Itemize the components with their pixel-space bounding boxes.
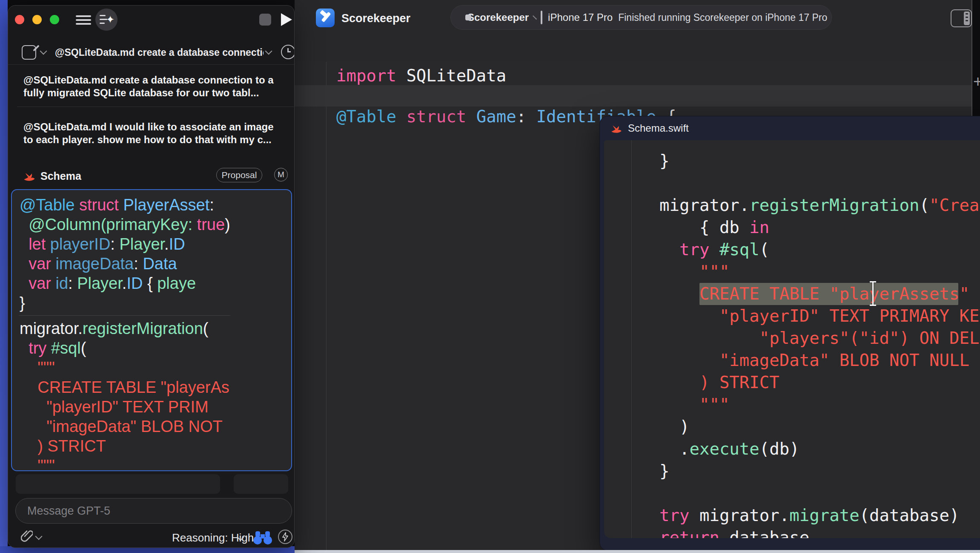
ibeam-cursor [872,281,874,306]
code-line: { db in [659,216,980,239]
code-line: ) [659,416,980,438]
xcode-window: Scorekeeper Scorekeeper iPhone 17 Pro Fi… [295,0,972,550]
code-line: migrator.registerMigration( [20,319,230,338]
sidebar-list-icon[interactable] [76,15,91,25]
code-line [659,482,980,504]
input-placeholder: Message GPT-5 [27,504,110,518]
code-line: let playerID: Player.ID [20,234,230,254]
iphone-icon [541,11,542,24]
new-chat-icon[interactable] [22,45,36,60]
code-lines: @Table struct PlayerAsset: @Column(prima… [20,195,230,471]
history-item[interactable]: @SQLiteData.md create a database connect… [23,74,282,99]
proposed-code-block[interactable]: @Table struct PlayerAsset: @Column(prima… [11,189,292,471]
code-line: @Table struct PlayerAsset: [20,195,230,215]
code-line [659,172,980,194]
code-line: migrator.registerMigration("Create 'play… [659,194,980,216]
scheme-selector[interactable]: Scorekeeper [467,12,529,23]
xcode-project-icon [316,9,335,27]
divider [17,107,294,107]
popup-header: Schema.swift ⇅ [600,116,980,140]
code-line: "imageData" BLOB NOT [20,417,230,436]
dimmed-button [234,474,288,494]
thread-selector[interactable]: @SQLiteData.md create a database connect… [55,47,264,58]
run-destination-selector[interactable]: iPhone 17 Pro [548,12,613,23]
code-line: "players"("id") ON DELETE CASCADE, [659,327,980,349]
status-message: Finished running Scorekeeper on iPhone 1… [618,12,827,23]
code-divider [20,313,230,319]
close-window-button[interactable] [15,15,24,24]
code-line: ) STRICT [20,436,230,456]
window-title: Scorekeeper [341,12,410,25]
code-line: var id: Player.ID { playe [20,274,230,293]
sparkle-icon: ✦ [106,14,115,26]
code-line: "imageData" BLOB NOT NULL [659,349,980,372]
file-label: Schema [40,170,81,182]
code-line: try #sql( [20,338,230,358]
current-line-highlight [295,85,971,107]
gutter-divider [631,140,632,538]
proposal-section-header: Schema Proposal M [8,164,294,190]
attachment-icon[interactable] [21,530,33,543]
popup-code: } migrator.registerMigration("Create 'pl… [659,150,980,538]
code-line: """ [659,261,980,283]
xcode-jump-bar: Scorekeeper Scorekeeper Schema No Select… [295,33,971,62]
minimize-window-button[interactable] [32,15,42,24]
message-input[interactable]: Message GPT-5 [15,498,292,524]
chevron-down-icon[interactable] [265,48,272,55]
search-binoculars-icon[interactable] [252,530,273,545]
xcode-toolbar: Scorekeeper Scorekeeper iPhone 17 Pro Fi… [295,0,971,33]
code-line: @Column(primaryKey: true) [20,215,230,234]
background-window-edge [295,550,980,553]
code-line: """ [659,394,980,416]
code-line: } [20,293,230,313]
dimmed-row [16,474,220,494]
quick-action-icon[interactable] [278,530,292,544]
code-line: "playerID" TEXT PRIM [20,397,230,417]
zoom-window-button[interactable] [50,15,59,24]
inspector-toggle-button[interactable] [951,9,972,27]
add-editor-icon[interactable]: + [973,72,980,91]
popup-code-area[interactable]: } migrator.registerMigration("Create 'pl… [604,140,980,538]
chevron-down-icon[interactable] [40,48,47,55]
code-line: """ [20,358,230,377]
code-line: CREATE TABLE "playerAs [20,377,230,397]
code-line: "playerID" TEXT PRIMARY KEY NOT NULL REF… [659,305,980,327]
code-line: } [659,460,980,482]
stop-button[interactable] [259,14,271,26]
code-preview-popover: Schema.swift ⇅ } migrator.registerMigrat… [599,116,980,551]
code-line: CREATE TABLE "playerAssets" ( [659,283,980,305]
gutter-divider [326,62,327,550]
editor-code: import SQLiteData [336,65,506,86]
chevron-right-icon [533,15,537,20]
desktop-background [0,0,8,553]
code-line: return database [659,527,980,538]
code-line: .execute(db) [659,438,980,460]
swift-file-icon [610,122,623,135]
history-icon[interactable] [281,45,295,59]
composer-toolbar: Reasoning: High [8,526,294,548]
code-line: """ [20,456,230,471]
code-line: import SQLiteData [336,65,506,86]
run-button[interactable] [281,13,292,26]
code-line: ) STRICT [659,372,980,394]
ai-compose-icon[interactable]: ✦ [95,9,117,31]
chevron-down-icon[interactable] [35,533,43,540]
code-line: var imageData: Data [20,254,230,274]
popup-filename: Schema.swift [628,122,689,134]
swift-icon [23,169,36,183]
proposal-badge[interactable]: Proposal [216,168,262,182]
code-line: try migrator.migrate(database) [659,504,980,527]
screen: Scorekeeper Scorekeeper iPhone 17 Pro Fi… [0,0,980,553]
model-badge[interactable]: M [274,168,288,181]
code-line: try #sql( [659,239,980,261]
code-line: } [659,150,980,172]
activity-status-bar: Scorekeeper iPhone 17 Pro Finished runni… [450,5,832,30]
chat-assistant-window: ✦ @SQLiteData.md create a database conne… [8,5,295,548]
thread-header: @SQLiteData.md create a database connect… [8,41,294,65]
history-item[interactable]: @SQLiteData.md I would like to associate… [23,121,282,146]
